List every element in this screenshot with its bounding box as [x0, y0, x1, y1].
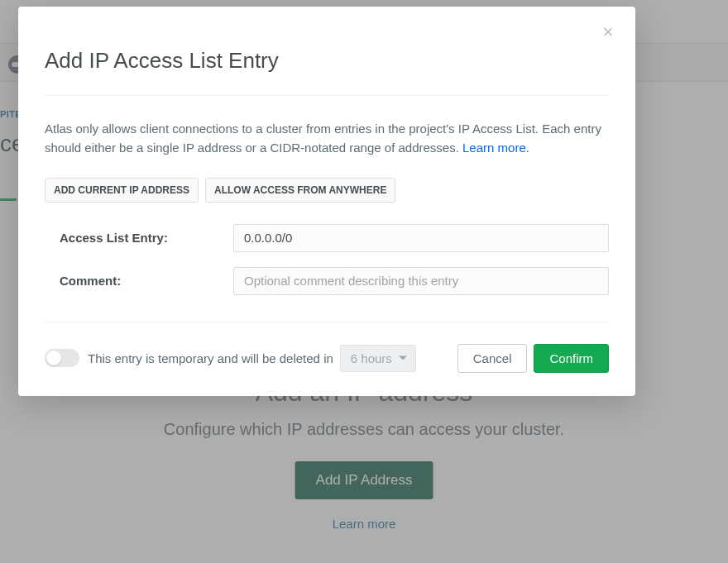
add-current-ip-button[interactable]: ADD CURRENT IP ADDRESS	[45, 178, 199, 203]
temporary-toggle[interactable]	[45, 349, 79, 367]
add-ip-access-modal: × Add IP Access List Entry Atlas only al…	[18, 7, 635, 396]
temporary-label: This entry is temporary and will be dele…	[88, 351, 333, 365]
comment-input[interactable]	[233, 267, 609, 295]
duration-value: 6 hours	[351, 351, 392, 365]
duration-select[interactable]: 6 hours	[340, 345, 416, 372]
access-entry-input[interactable]	[233, 224, 609, 252]
close-icon[interactable]: ×	[601, 25, 615, 40]
modal-title: Add IP Access List Entry	[45, 7, 609, 96]
learn-more-link[interactable]: Learn more.	[462, 141, 529, 155]
modal-form: Access List Entry: Comment:	[45, 224, 609, 295]
access-entry-label: Access List Entry:	[45, 231, 233, 245]
allow-anywhere-button[interactable]: ALLOW ACCESS FROM ANYWHERE	[205, 178, 395, 203]
modal-description: Atlas only allows client connections to …	[45, 119, 609, 158]
chevron-down-icon	[399, 356, 407, 360]
helper-button-row: ADD CURRENT IP ADDRESS ALLOW ACCESS FROM…	[45, 178, 609, 203]
confirm-button[interactable]: Confirm	[534, 344, 609, 373]
comment-label: Comment:	[45, 274, 233, 288]
cancel-button[interactable]: Cancel	[457, 344, 528, 373]
modal-footer: This entry is temporary and will be dele…	[45, 322, 609, 373]
